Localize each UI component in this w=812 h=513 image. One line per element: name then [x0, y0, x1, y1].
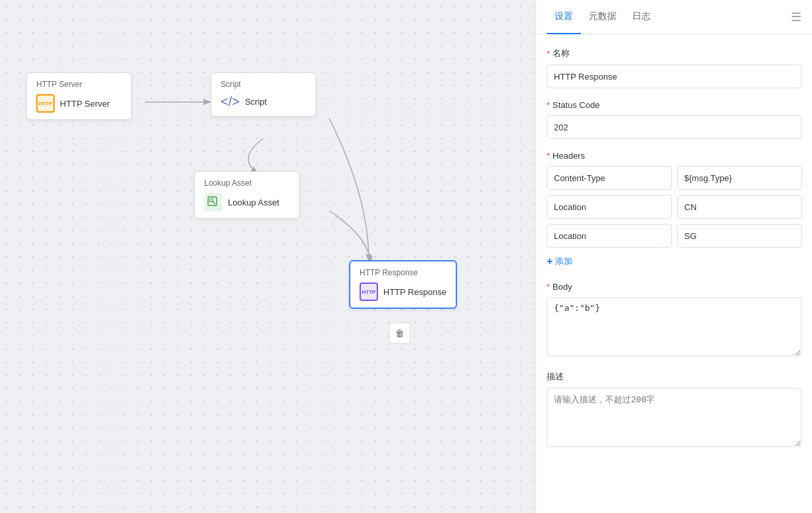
http-server-icon: HTTP — [36, 94, 55, 113]
delete-header-0[interactable] — [807, 169, 812, 187]
tab-logs[interactable]: 日志 — [624, 0, 659, 34]
form-group-body: * Body {"a":"b"} — [547, 282, 801, 359]
node-http-response-body: HTTP HTTP Response — [360, 283, 447, 301]
right-panel: 设置 元数据 日志 ☰ * 名称 * Status Code * Heade — [535, 0, 812, 513]
header-row-1 — [547, 195, 801, 219]
headers-label: * Headers — [547, 151, 801, 161]
node-script-label: Script — [245, 97, 267, 107]
header-key-2[interactable] — [547, 224, 672, 248]
body-label-text: Body — [553, 282, 572, 292]
lookup-icon — [204, 193, 223, 211]
node-lookup-asset-title: Lookup Asset — [204, 178, 290, 188]
node-http-response[interactable]: HTTP Response HTTP HTTP Response — [349, 260, 457, 309]
header-val-1[interactable] — [677, 195, 802, 219]
node-lookup-label: Lookup Asset — [228, 198, 279, 207]
node-lookup-asset-body: Lookup Asset — [204, 193, 290, 211]
body-textarea[interactable]: {"a":"b"} — [547, 297, 801, 356]
node-http-server-title: HTTP Server — [36, 80, 122, 89]
http-response-icon: HTTP — [360, 283, 378, 301]
name-label: * 名称 — [547, 47, 801, 59]
header-row-0 — [547, 166, 801, 190]
node-http-server[interactable]: HTTP Server HTTP HTTP Server — [26, 72, 132, 120]
tabs-header: 设置 元数据 日志 ☰ — [536, 0, 812, 34]
svg-point-2 — [210, 199, 213, 202]
delete-node-button[interactable]: 🗑 — [389, 323, 410, 344]
desc-label-text: 描述 — [547, 371, 564, 383]
node-http-server-body: HTTP HTTP Server — [36, 94, 122, 113]
canvas[interactable]: HTTP Server HTTP HTTP Server Script </> … — [0, 0, 535, 513]
add-icon: + — [547, 256, 553, 267]
form-group-status: * Status Code — [547, 100, 801, 139]
name-label-text: 名称 — [553, 47, 570, 59]
node-http-server-label: HTTP Server — [60, 99, 110, 109]
node-script[interactable]: Script </> Script — [211, 72, 316, 117]
form-area: * 名称 * Status Code * Headers — [536, 34, 812, 513]
form-group-name: * 名称 — [547, 47, 801, 88]
status-code-label: * Status Code — [547, 100, 801, 110]
tabs-menu-icon[interactable]: ☰ — [791, 10, 801, 24]
node-script-body: </> Script — [221, 94, 306, 109]
desc-label: 描述 — [547, 371, 801, 383]
required-star-body: * — [547, 282, 550, 292]
header-val-2[interactable] — [677, 224, 802, 248]
status-code-label-text: Status Code — [553, 100, 600, 110]
delete-header-1[interactable] — [807, 198, 812, 216]
header-key-0[interactable] — [547, 166, 672, 190]
svg-line-3 — [213, 202, 215, 204]
body-label: * Body — [547, 282, 801, 292]
status-code-input[interactable] — [547, 115, 801, 139]
node-http-response-title: HTTP Response — [360, 268, 447, 277]
node-http-response-label: HTTP Response — [383, 287, 447, 297]
node-lookup-asset[interactable]: Lookup Asset Lookup Asset — [194, 171, 300, 219]
header-val-0[interactable] — [677, 166, 802, 190]
required-star-name: * — [547, 49, 550, 59]
script-icon: </> — [221, 94, 240, 109]
headers-label-text: Headers — [553, 151, 585, 161]
tab-metadata[interactable]: 元数据 — [581, 0, 624, 34]
header-key-1[interactable] — [547, 195, 672, 219]
tab-settings[interactable]: 设置 — [547, 0, 581, 34]
required-star-headers: * — [547, 151, 550, 161]
desc-textarea[interactable] — [547, 388, 801, 447]
required-star-status: * — [547, 100, 550, 110]
node-script-title: Script — [221, 80, 306, 89]
header-row-2 — [547, 224, 801, 248]
delete-header-2[interactable] — [807, 227, 812, 245]
form-group-desc: 描述 — [547, 371, 801, 450]
form-group-headers: * Headers — [547, 151, 801, 270]
add-header-button[interactable]: + 添加 — [547, 253, 572, 270]
add-label: 添加 — [555, 256, 572, 267]
name-input[interactable] — [547, 65, 801, 88]
